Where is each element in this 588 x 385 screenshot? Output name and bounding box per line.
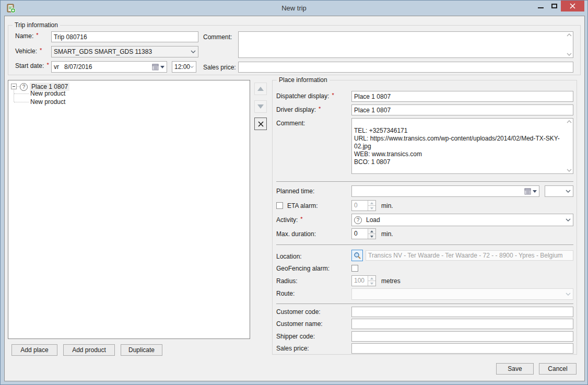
- tree-collapse-toggle[interactable]: [11, 84, 17, 89]
- trip-sales-price-input[interactable]: [238, 62, 573, 73]
- activity-select[interactable]: Load: [351, 214, 573, 226]
- new-trip-dialog: New trip Trip information Name:* Trip 08…: [0, 0, 588, 385]
- trip-comment-input[interactable]: [238, 31, 573, 58]
- chevron-down-icon: [566, 190, 571, 193]
- vehicle-label: Vehicle:*: [15, 48, 42, 55]
- shipper-code-input[interactable]: [351, 331, 573, 342]
- start-date-label: Start date:*: [15, 62, 49, 69]
- customer-name-label: Customer name:: [276, 320, 323, 328]
- tree-child-label: New product: [30, 90, 65, 97]
- activity-label: Activity:*: [276, 216, 303, 224]
- dispatcher-display-input[interactable]: Place 1 0807: [351, 91, 573, 102]
- shipper-code-label: Shipper code:: [276, 333, 315, 340]
- add-product-button[interactable]: Add product: [63, 344, 115, 356]
- max-duration-spinner[interactable]: 0: [351, 228, 376, 239]
- date-dropdown-icon[interactable]: [160, 66, 164, 68]
- tree-child-row[interactable]: New product: [30, 98, 65, 106]
- vehicle-select[interactable]: SMART_GDS SMART_GDS 11383: [51, 46, 198, 57]
- dispatcher-display-label: Dispatcher display:*: [276, 92, 334, 100]
- eta-alarm-unit: min.: [381, 202, 393, 209]
- move-up-button: [254, 83, 267, 95]
- driver-display-label: Driver display:*: [276, 106, 321, 113]
- location-label: Location:: [276, 253, 302, 260]
- scroll-down-icon[interactable]: [567, 169, 572, 172]
- down-arrow-icon: [257, 104, 264, 109]
- start-time-select[interactable]: 12:00: [172, 61, 196, 73]
- geofencing-alarm-checkbox[interactable]: [351, 265, 358, 272]
- move-down-button: [254, 100, 267, 113]
- add-place-button[interactable]: Add place: [11, 344, 57, 356]
- eta-alarm-label: ETA alarm:: [287, 202, 317, 209]
- tree-child-row[interactable]: New product: [30, 90, 65, 97]
- place-comment-label: Comment:: [276, 120, 305, 127]
- maximize-button[interactable]: [547, 1, 561, 11]
- close-icon: [570, 3, 575, 9]
- calendar-icon[interactable]: [524, 188, 531, 195]
- eta-alarm-spinner: 0: [351, 200, 376, 211]
- trip-information-group-label: Trip information: [13, 21, 60, 29]
- name-required-marker: *: [36, 32, 38, 38]
- calendar-icon[interactable]: [152, 64, 159, 71]
- location-search-button[interactable]: [351, 250, 363, 261]
- eta-alarm-checkbox[interactable]: [276, 202, 283, 209]
- spin-down-icon[interactable]: [368, 234, 375, 239]
- close-button[interactable]: [561, 1, 584, 11]
- spin-up-icon[interactable]: [368, 229, 375, 234]
- customer-code-label: Customer code:: [276, 308, 321, 316]
- radius-unit: metres: [381, 277, 401, 285]
- route-label: Route:: [276, 290, 295, 297]
- place-sales-price-input[interactable]: [351, 343, 573, 354]
- customer-name-input[interactable]: [351, 319, 573, 329]
- max-duration-label: Max. duration:: [276, 230, 316, 238]
- cancel-button[interactable]: Cancel: [539, 363, 577, 375]
- start-date-required-marker: *: [46, 62, 49, 68]
- activity-question-icon: [354, 216, 362, 224]
- spin-down-icon: [368, 205, 375, 211]
- activity-required-marker: *: [300, 216, 302, 222]
- trip-comment-label: Comment:: [203, 33, 232, 41]
- place-information-group-label: Place information: [277, 76, 330, 84]
- max-duration-unit: min.: [381, 230, 393, 238]
- driver-display-input[interactable]: Place 1 0807: [351, 104, 573, 115]
- tree-connector: [14, 94, 29, 94]
- customer-code-input[interactable]: [351, 307, 573, 317]
- planned-time-select[interactable]: [545, 185, 573, 197]
- scroll-down-icon[interactable]: [567, 53, 572, 56]
- trip-tree[interactable]: [8, 80, 250, 339]
- start-date-input[interactable]: vr 8/07/2016: [51, 61, 167, 73]
- chevron-down-icon: [566, 293, 571, 296]
- separator: [276, 244, 573, 245]
- vehicle-required-marker: *: [40, 47, 42, 53]
- save-button[interactable]: Save: [496, 363, 534, 375]
- date-dropdown-icon[interactable]: [533, 190, 537, 193]
- window-title: New trip: [1, 1, 587, 16]
- duplicate-button[interactable]: Duplicate: [121, 344, 162, 356]
- place-question-icon: [20, 83, 28, 91]
- maximize-icon: [551, 4, 557, 8]
- radius-label: Radius:: [276, 277, 298, 285]
- planned-date-input[interactable]: [351, 185, 539, 197]
- place-comment-input[interactable]: TEL: +3257346171 URL: https://www.transi…: [351, 118, 573, 174]
- geofencing-alarm-label: GeoFencing alarm:: [276, 265, 330, 272]
- location-value: Transics NV - Ter Waarde - Ter Waarde - …: [366, 250, 573, 261]
- spin-down-icon: [368, 281, 375, 286]
- titlebar[interactable]: New trip: [1, 1, 587, 16]
- separator: [276, 181, 573, 182]
- separator: [276, 304, 573, 304]
- spin-up-icon: [368, 201, 375, 205]
- tree-child-label: New product: [30, 98, 65, 106]
- driver-required-marker: *: [319, 106, 321, 112]
- up-arrow-icon: [257, 87, 264, 91]
- delete-node-button[interactable]: [254, 118, 267, 130]
- name-label: Name:*: [15, 32, 39, 40]
- scroll-up-icon[interactable]: [567, 33, 572, 37]
- scroll-up-icon[interactable]: [567, 120, 572, 123]
- minimize-button[interactable]: [534, 1, 547, 11]
- tree-connector: [14, 102, 29, 102]
- planned-time-label: Planned time:: [276, 188, 314, 195]
- search-icon: [354, 252, 361, 260]
- dispatcher-required-marker: *: [332, 92, 334, 98]
- delete-icon: [257, 121, 264, 127]
- name-input[interactable]: Trip 080716: [51, 31, 198, 42]
- chevron-down-icon: [191, 50, 196, 53]
